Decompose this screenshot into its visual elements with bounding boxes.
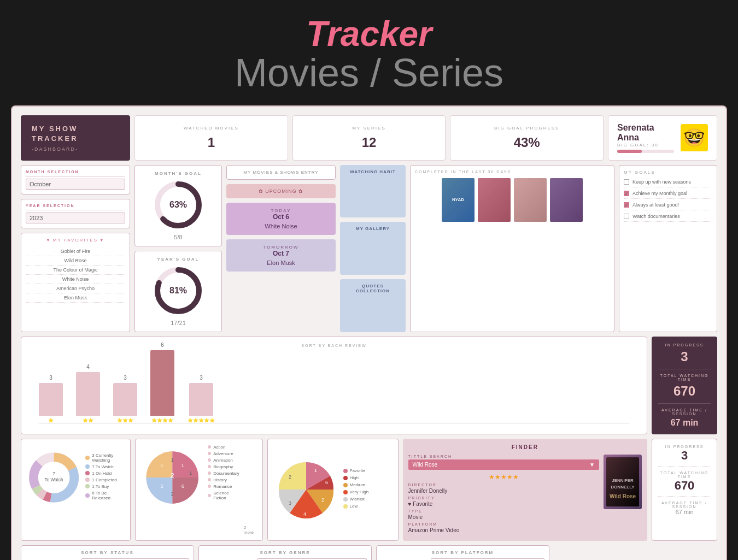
tomorrow-date: Oct 7 bbox=[231, 250, 331, 257]
user-box: Serenata Anna BIG GOAL: 30 🤓 bbox=[608, 115, 717, 160]
platform-value: Amazon Prime Video bbox=[408, 527, 600, 533]
priority-box: 1 6 2 4 3 2 FavoriteHighMediumVery HighW… bbox=[267, 439, 399, 541]
bar-group-3: 3 ⭐⭐⭐ bbox=[113, 375, 137, 423]
goals-list: Keep up with new seasons✓Achieve my Mont… bbox=[624, 179, 712, 222]
total-watch-value-right: 670 bbox=[658, 479, 711, 493]
upcoming-box: ✿ UPCOMING ✿ bbox=[226, 184, 336, 198]
genre-item: History bbox=[208, 478, 239, 482]
avg-session-label: AVERAGE TIME / SESSION bbox=[658, 408, 711, 416]
legend-dot bbox=[85, 464, 90, 469]
svg-text:To Watch: To Watch bbox=[45, 477, 63, 482]
goal-checkbox[interactable]: ✓ bbox=[624, 191, 629, 196]
goal-item[interactable]: ✓Achieve my Monthly goal bbox=[624, 191, 712, 199]
search-field-row[interactable]: Wild Rose ▼ bbox=[408, 459, 600, 470]
watched-label: WATCHED MOVIES bbox=[146, 126, 277, 131]
center-panel: MY MOVIES & SHOWS ENTRY ✿ UPCOMING ✿ TOD… bbox=[226, 165, 336, 332]
month-goal-fraction: 5/8 bbox=[140, 234, 216, 240]
favorite-item: American Psycho bbox=[26, 284, 125, 293]
quotes-box[interactable]: QUOTES COLLECTION bbox=[340, 279, 406, 332]
watching-habit-box[interactable]: WATCHING HABIT bbox=[340, 165, 406, 218]
bar-group-4: 6 ⭐⭐⭐⭐ bbox=[150, 342, 174, 423]
avg-value-right: 67 min bbox=[658, 509, 711, 515]
status-filter-select[interactable]: Completed bbox=[81, 558, 189, 560]
priority-label-finder: PRIORITY bbox=[408, 496, 600, 500]
svg-text:6: 6 bbox=[325, 480, 328, 485]
finder-stars: ★★★★★ bbox=[408, 473, 600, 481]
finder-fields: TITTLE SEARCH Wild Rose ▼ ★★★★★ DIRECTOR… bbox=[408, 455, 600, 535]
platform-section: PLATFORM Amazon Prime Video bbox=[408, 522, 600, 533]
goal-checkbox[interactable]: ✓ bbox=[624, 202, 629, 208]
third-row: SORT BY EACH REVIEW 3 ⭐ 4 ⭐⭐ 3 ⭐⭐⭐ bbox=[21, 337, 717, 434]
platform-label: PLATFORM bbox=[408, 522, 600, 526]
avg-session-value: 67 min bbox=[658, 418, 711, 428]
user-name: Serenata Anna bbox=[617, 123, 674, 143]
gallery-box[interactable]: MY GALLERY bbox=[340, 222, 406, 275]
favorite-item: Goblet of Fire bbox=[26, 247, 125, 256]
svg-rect-34 bbox=[604, 455, 642, 509]
priority-dot bbox=[343, 504, 348, 509]
legend-dot bbox=[85, 493, 90, 498]
top-row: MY SHOW TRACKER -DASHBOARD- WATCHED MOVI… bbox=[21, 115, 717, 160]
goal-item[interactable]: Watch documentaries bbox=[624, 214, 712, 222]
donut-legend-item: 1 Completed bbox=[85, 478, 124, 482]
goal-item[interactable]: ✓Always at least good! bbox=[624, 202, 712, 210]
genre-item: Science Fiction bbox=[208, 491, 239, 500]
in-progress-section: IN PROGRESS 3 bbox=[658, 343, 711, 369]
in-progress-label: IN PROGRESS bbox=[658, 343, 711, 347]
priority-legend-item: Medium bbox=[343, 482, 369, 487]
bar-stars-1: ⭐ bbox=[48, 418, 54, 423]
today-date: Oct 6 bbox=[231, 213, 331, 221]
svg-text:1: 1 bbox=[181, 462, 184, 468]
goals-panel: MONTH'S GOAL 63% 5/8 YEAR'S GOAL bbox=[134, 165, 222, 332]
total-watch-label: TOTAL WATCHING TIME bbox=[658, 374, 711, 381]
goal-progress-box: BIG GOAL PROGRESS 43% bbox=[450, 115, 604, 160]
today-title: White Noise bbox=[231, 223, 331, 229]
brand-sub: -DASHBOARD- bbox=[32, 146, 119, 152]
priority-dot bbox=[343, 497, 348, 502]
goal-checkbox[interactable] bbox=[624, 214, 629, 219]
month-selection-dropdown[interactable]: October bbox=[26, 179, 125, 190]
review-title: SORT BY EACH REVIEW bbox=[28, 344, 640, 347]
goal-checkbox[interactable] bbox=[624, 179, 629, 185]
svg-text:4: 4 bbox=[303, 511, 306, 517]
year-goal-box: YEAR'S GOAL 81% 17/21 bbox=[134, 251, 222, 332]
year-selection-dropdown[interactable]: 2023 bbox=[26, 213, 125, 223]
genre-dot bbox=[208, 465, 211, 468]
svg-text:1: 1 bbox=[160, 462, 163, 468]
donut-legend-item: 6 To Be Released bbox=[85, 491, 124, 500]
in-progress-value: 3 bbox=[658, 349, 711, 364]
favorite-item: The Colour of Magic bbox=[26, 266, 125, 275]
svg-text:1: 1 bbox=[171, 457, 173, 463]
completed-title: COMPLETED IN THE LAST 30 DAYS bbox=[415, 170, 610, 174]
right-center-panel: WATCHING HABIT MY GALLERY QUOTES COLLECT… bbox=[340, 165, 406, 332]
user-info: Serenata Anna BIG GOAL: 30 bbox=[617, 123, 674, 153]
entry-box[interactable]: MY MOVIES & SHOWS ENTRY bbox=[226, 165, 336, 180]
favorite-item: Wild Rose bbox=[26, 256, 125, 266]
status-sort-box: SORT BY STATUS STATUS SELECTION: Complet… bbox=[21, 545, 194, 560]
bar-chart: 3 ⭐ 4 ⭐⭐ 3 ⭐⭐⭐ 6 ⭐⭐⭐⭐ bbox=[28, 352, 640, 423]
user-goal-fill bbox=[617, 150, 642, 153]
priority-svg: 1 6 2 4 3 2 bbox=[273, 457, 339, 522]
status-filter-row: STATUS SELECTION: Completed bbox=[26, 558, 189, 560]
completed-box: COMPLETED IN THE LAST 30 DAYS NYAD bbox=[410, 165, 614, 332]
genre-item: Documentary bbox=[208, 471, 239, 476]
watched-movies-box: WATCHED MOVIES 1 bbox=[134, 115, 288, 160]
bar-1 bbox=[39, 383, 63, 416]
svg-text:2: 2 bbox=[171, 491, 173, 497]
genre-more: 2 more bbox=[244, 525, 257, 535]
goal-item[interactable]: Keep up with new seasons bbox=[624, 179, 712, 187]
user-goal-label: BIG GOAL: 30 bbox=[617, 143, 674, 148]
month-goal-percent: 63% bbox=[169, 200, 187, 210]
genre-item: Romance bbox=[208, 484, 239, 489]
svg-text:3: 3 bbox=[289, 500, 291, 506]
entry-label: MY MOVIES & SHOWS ENTRY bbox=[231, 170, 331, 175]
favorites-title: ♥ MY FAVORITES ♥ bbox=[26, 238, 125, 243]
genre-filter-select[interactable]: Documentary bbox=[257, 558, 367, 560]
svg-text:6: 6 bbox=[181, 483, 184, 489]
donut-content: 7 To Watch 3 Currently Watching7 To Watc… bbox=[27, 445, 125, 510]
platform-filter-select[interactable]: Netflix bbox=[431, 558, 544, 560]
bar-stars-2: ⭐⭐ bbox=[83, 418, 93, 423]
book-cover-4 bbox=[550, 178, 583, 222]
today-box: TODAY Oct 6 White Noise bbox=[226, 203, 336, 235]
genre-item: Biography bbox=[208, 464, 239, 469]
